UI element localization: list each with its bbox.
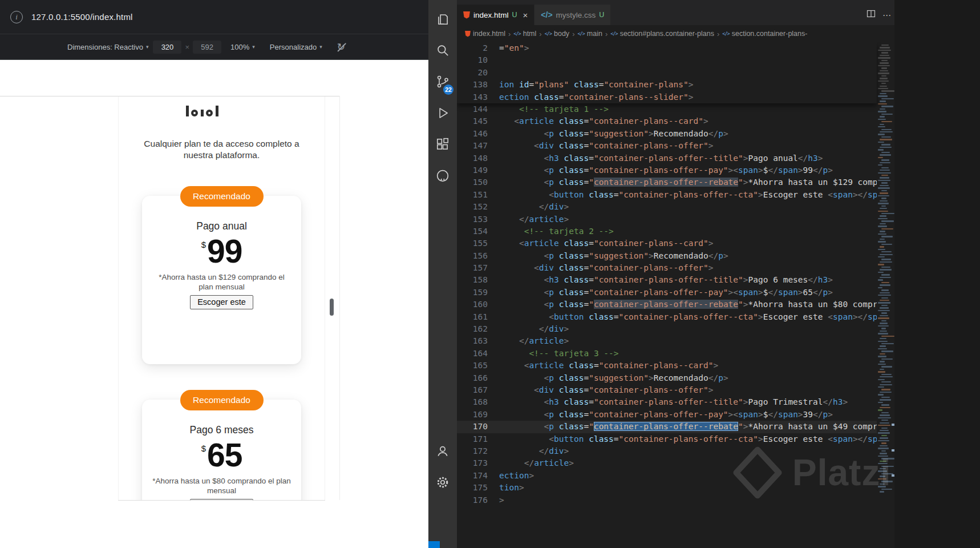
code-line-154[interactable]: 154 <!-- tarjeta 2 --> (457, 225, 877, 237)
close-icon[interactable]: × (523, 10, 528, 20)
code-line-164[interactable]: 164 <!-- tarjeta 3 --> (457, 348, 877, 360)
code-line-171[interactable]: 171 <button class="container-plans-offer… (457, 433, 877, 445)
editor-group: index.html U × </> mystyle.css U ⋯ (457, 0, 894, 548)
breadcrumb-label: index.html (473, 30, 505, 38)
settings-gear-icon[interactable] (434, 474, 451, 491)
code-line-166[interactable]: 166 <p class="suggestion">Recomendado</p… (457, 372, 877, 384)
viewport-resize-handle[interactable] (330, 299, 334, 316)
currency-symbol: $ (201, 240, 206, 249)
code-line-152[interactable]: 152 </div> (457, 201, 877, 213)
code-line-151[interactable]: 151 <button class="container-plans-offer… (457, 189, 877, 201)
screen: { "icons": { "chevron_down": "▾", "close… (0, 0, 980, 548)
status-remote-indicator[interactable] (428, 541, 440, 548)
viewport-width-input[interactable]: 320 (153, 41, 181, 54)
tab-index-html[interactable]: index.html U × (457, 5, 534, 25)
code-line-2[interactable]: 2="en"> (457, 42, 877, 54)
breadcrumb-section-slider[interactable]: </> section.container-plans- (722, 30, 807, 38)
explorer-icon[interactable] (434, 10, 451, 27)
breadcrumb-file[interactable]: index.html (465, 30, 505, 38)
element-symbol-icon: </> (577, 31, 584, 37)
breadcrumb: index.html › </> html › </> body › </> m… (457, 25, 894, 42)
choose-plan-button[interactable]: Escoger este (190, 295, 253, 309)
code-editor[interactable]: 144 <!-- tarjeta 1 -->145 <article class… (457, 42, 894, 548)
chevron-down-icon: ▾ (252, 44, 255, 50)
search-icon[interactable] (434, 42, 451, 59)
split-editor-icon[interactable] (866, 9, 876, 21)
breadcrumb-label: section.container-plans- (732, 30, 808, 38)
breadcrumb-html[interactable]: </> html (513, 30, 536, 38)
code-line-170[interactable]: 170 <p class="container-plans-offer--reb… (457, 421, 877, 433)
code-line-153[interactable]: 153 </article> (457, 213, 877, 225)
code-line-167[interactable]: 167 <div class="container-plans--offer"> (457, 384, 877, 396)
code-line-149[interactable]: 149 <p class="container-plans-offer--pay… (457, 164, 877, 176)
page-viewport: Cualquier plan te da acceso completo a n… (118, 96, 325, 500)
more-actions-icon[interactable]: ⋯ (882, 11, 891, 19)
css-file-icon: </> (541, 10, 552, 19)
tab-label: index.html (473, 11, 509, 19)
code-line-161[interactable]: 161 <button class="container-plans-offer… (457, 311, 877, 323)
code-line-168[interactable]: 168 <h3 class="container-plans-offer--ti… (457, 396, 877, 408)
breadcrumb-main[interactable]: </> main (577, 30, 602, 38)
code-line-159[interactable]: 159 <p class="container-plans-offer--pay… (457, 287, 877, 299)
choose-plan-button[interactable]: Escoger este (190, 499, 253, 500)
breadcrumb-section-plans[interactable]: </> section#plans.container-plans (610, 30, 714, 38)
code-line-176[interactable]: 176> (457, 494, 877, 506)
throttling-dropdown[interactable]: Personalizado ▾ (270, 43, 322, 51)
background-strip (894, 0, 980, 548)
rebate-text: *Ahorra hasta un $80 comprando el plan m… (151, 476, 293, 495)
scm-changes-badge: 22 (443, 84, 453, 95)
element-symbol-icon: </> (545, 31, 552, 37)
element-symbol-icon: </> (610, 31, 617, 37)
code-line-146[interactable]: 146 <p class="suggestion">Recomendado</p… (457, 128, 877, 140)
breadcrumb-body[interactable]: </> body (545, 30, 569, 38)
activity-bar: 22 (428, 0, 457, 548)
code-line-162[interactable]: 162 </div> (457, 323, 877, 335)
code-line-138[interactable]: 138ion id="plans" class="container-plans… (457, 79, 877, 91)
code-line-173[interactable]: 173 </article> (457, 457, 877, 469)
code-line-163[interactable]: 163 </article> (457, 335, 877, 347)
rotate-viewport-icon[interactable]: ↻ (337, 42, 345, 52)
html-file-icon (465, 31, 471, 37)
vscode-window: 22 (428, 0, 894, 548)
code-line-145[interactable]: 145 <article class="container-plans--car… (457, 115, 877, 127)
price-value: 65 (207, 437, 242, 473)
url-text[interactable]: 127.0.0.1:5500/index.html (31, 12, 133, 22)
code-line-10[interactable]: 10 (457, 54, 877, 66)
code-line-165[interactable]: 165 <article class="container-plans--car… (457, 360, 877, 372)
code-lines[interactable]: 144 <!-- tarjeta 1 -->145 <article class… (457, 42, 894, 506)
address-bar[interactable]: i 127.0.0.1:5500/index.html (0, 0, 428, 34)
code-line-174[interactable]: 174ection> (457, 470, 877, 482)
run-debug-icon[interactable] (434, 104, 451, 122)
code-line-157[interactable]: 157 <div class="container-plans--offer"> (457, 262, 877, 274)
plan-card-annual: Pago anual $99 *Ahorra hasta un $129 com… (142, 196, 301, 364)
code-line-160[interactable]: 160 <p class="container-plans-offer--reb… (457, 299, 877, 311)
code-line-172[interactable]: 172 </div> (457, 445, 877, 457)
zoom-dropdown[interactable]: 100% ▾ (230, 43, 255, 51)
viewport-height-input[interactable]: 592 (193, 41, 221, 54)
code-line-175[interactable]: 175tion> (457, 482, 877, 494)
element-symbol-icon: </> (513, 31, 520, 37)
code-line-143[interactable]: 143ection class="container-plans--slider… (457, 91, 877, 103)
sticky-scroll[interactable]: 2="en">1020138ion id="plans" class="cont… (457, 42, 877, 103)
minimap[interactable] (877, 42, 894, 548)
extensions-icon[interactable] (434, 136, 451, 153)
github-icon[interactable] (434, 167, 451, 184)
code-line-169[interactable]: 169 <p class="container-plans-offer--pay… (457, 409, 877, 421)
code-line-147[interactable]: 147 <div class="container-plans--offer"> (457, 140, 877, 152)
code-line-150[interactable]: 150 <p class="container-plans-offer--reb… (457, 176, 877, 188)
code-line-144[interactable]: 144 <!-- tarjeta 1 --> (457, 103, 877, 115)
code-line-156[interactable]: 156 <p class="suggestion">Recomendado</p… (457, 250, 877, 262)
code-line-155[interactable]: 155 <article class="container-plans--car… (457, 237, 877, 249)
chevron-down-icon: ▾ (146, 44, 149, 50)
tab-mystyle-css[interactable]: </> mystyle.css U (534, 5, 610, 25)
tab-bar: index.html U × </> mystyle.css U ⋯ (457, 0, 894, 25)
browser-devtools-panel: i 127.0.0.1:5500/index.html Dimensiones:… (0, 0, 428, 548)
code-line-148[interactable]: 148 <h3 class="container-plans-offer--ti… (457, 152, 877, 164)
code-line-158[interactable]: 158 <h3 class="container-plans-offer--ti… (457, 274, 877, 286)
breadcrumb-label: section#plans.container-plans (620, 30, 714, 38)
dimensions-dropdown[interactable]: Dimensiones: Reactivo ▾ (67, 43, 148, 51)
plan-card-semester: Pago 6 meses $65 *Ahorra hasta un $80 co… (142, 400, 301, 500)
site-info-icon[interactable]: i (10, 11, 23, 23)
code-line-20[interactable]: 20 (457, 67, 877, 79)
account-icon[interactable] (434, 442, 451, 460)
